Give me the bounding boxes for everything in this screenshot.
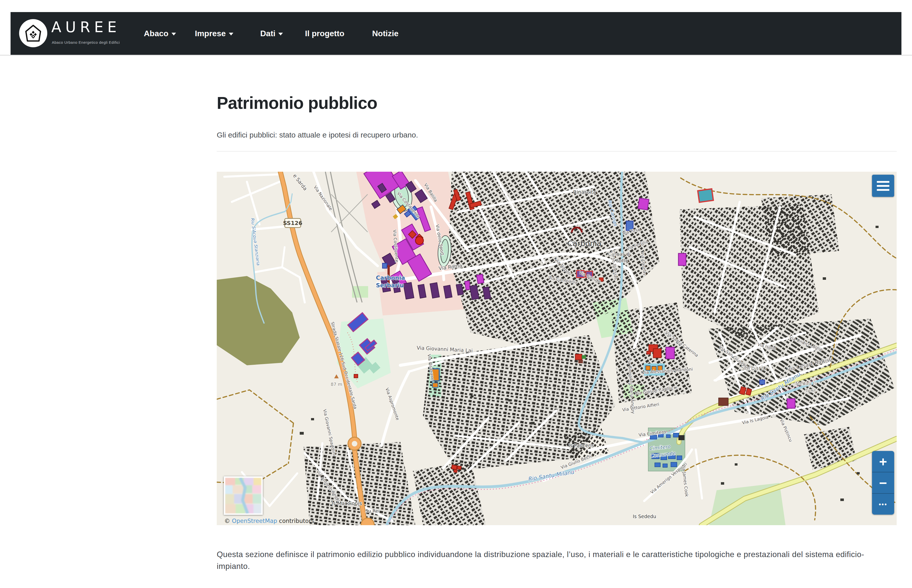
nav-item-label: Il progetto: [305, 29, 344, 38]
divider: [217, 151, 897, 152]
page: AUREE Abaco Urbano Energetico degli Edif…: [0, 0, 912, 588]
caret-down-icon: [278, 33, 283, 36]
brand-tagline: Abaco Urbano Energetico degli Edifici: [52, 40, 120, 45]
zoom-out-button[interactable]: −: [872, 472, 894, 494]
brand-name[interactable]: AUREE: [51, 19, 121, 36]
attribution: © OpenStreetMap contributors.: [224, 518, 316, 524]
page-title: Patrimonio pubblico: [217, 93, 377, 113]
map-label-medau2: Turis: [805, 388, 816, 393]
caret-down-icon: [229, 33, 233, 36]
nav-underline: [0, 55, 912, 56]
body-paragraph: Questa sezione definisce il patrimonio e…: [217, 549, 878, 572]
map-label-medau1: Medau Is: [796, 381, 817, 386]
route-badge: SS126: [283, 218, 302, 228]
map-label-is-pauceris: Is Pauceris: [569, 443, 594, 448]
map-label-is-sededu: Is Sededu: [633, 514, 656, 519]
nav-item-label: Imprese: [195, 29, 226, 38]
minimap-canvas: [225, 478, 262, 514]
attribution-suffix: contributors.: [279, 518, 316, 524]
map-label-elevation: 87 m: [331, 381, 342, 387]
menu-button[interactable]: [872, 175, 894, 197]
map-canvas: SS126 Carbonia Carbonia Serbariu Rinasci…: [217, 172, 897, 525]
nav-item-il-progetto[interactable]: Il progetto: [305, 12, 344, 55]
minimap[interactable]: [224, 477, 263, 515]
osm-link[interactable]: OpenStreetMap: [232, 518, 277, 524]
map-label-station1: Carbonia: [376, 275, 405, 281]
more-button[interactable]: •••: [872, 494, 894, 515]
brand-logo[interactable]: [19, 19, 47, 47]
map-label-is-maccionis: Is Maccionis: [331, 500, 362, 506]
zoom-controls: + − •••: [872, 451, 894, 515]
house-icon: [23, 23, 44, 44]
nav-item-dati[interactable]: Dati: [260, 12, 283, 55]
nav-item-imprese[interactable]: Imprese: [195, 12, 233, 55]
caret-down-icon: [171, 33, 176, 36]
map-label-rinascita: Rinascita: [573, 189, 596, 195]
map-label-sotto: Sotto: [616, 258, 628, 263]
nav-item-label: Abaco: [144, 29, 168, 38]
map-label-station2: Serbariu: [376, 282, 404, 289]
map-label-su-rei: Su Rei: [365, 508, 380, 514]
nav-bar: AUREE Abaco Urbano Energetico degli Edif…: [11, 12, 901, 55]
attribution-prefix: ©: [224, 518, 230, 524]
nav-item-notizie[interactable]: Notizie: [372, 12, 399, 55]
zoom-in-button[interactable]: +: [872, 451, 894, 472]
nav-item-abaco[interactable]: Abaco: [144, 12, 176, 55]
map-label-ss126: SS126: [283, 220, 302, 226]
nav-item-label: Notizie: [372, 29, 399, 38]
nav-item-label: Dati: [260, 29, 275, 38]
page-subtitle: Gli edifici pubblici: stato attuale e ip…: [217, 131, 418, 139]
map[interactable]: SS126 Carbonia Carbonia Serbariu Rinasci…: [217, 172, 897, 525]
map-label-city: Carbonia: [568, 239, 602, 248]
